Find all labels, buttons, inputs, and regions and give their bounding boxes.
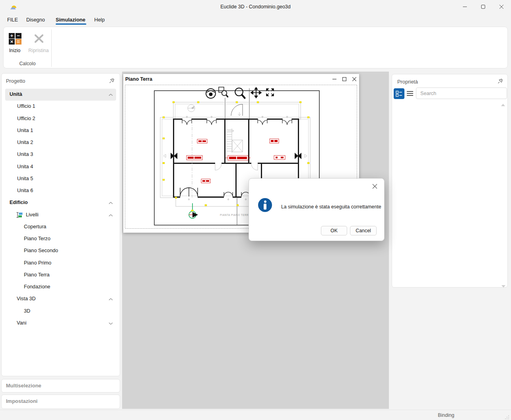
doc-maximize-button[interactable] <box>340 76 349 83</box>
tree-item-unita-5[interactable]: Unita 5 <box>2 173 120 185</box>
pin-icon[interactable] <box>497 78 503 84</box>
menu-help[interactable]: Help <box>94 17 105 23</box>
zoom-icon[interactable] <box>235 88 245 98</box>
fit-view-icon[interactable] <box>266 89 274 96</box>
status-binding-text: Binding <box>438 412 462 418</box>
project-panel-title: Progetto <box>6 78 25 84</box>
statusbar: Binding <box>0 410 511 420</box>
pin-icon[interactable] <box>109 78 115 84</box>
search-input[interactable] <box>416 88 507 99</box>
tree-item-edificio[interactable]: Edificio <box>2 197 120 209</box>
tree-item-fondazione[interactable]: Fondazione <box>2 281 120 293</box>
project-panel: Progetto UnitàUfficio 1Ufficio 2Unita 1U… <box>1 73 120 376</box>
level-marker <box>189 203 198 218</box>
window-title: Euclide 3D - Condominio.geo3d <box>0 4 511 10</box>
tree-item-unit-[interactable]: Unità <box>2 89 120 101</box>
levels-icon <box>16 212 23 218</box>
close-button[interactable] <box>492 0 511 14</box>
plan-caption: PIANTA PIANO TERREN <box>220 214 253 216</box>
tree-item-copertura[interactable]: Copertura <box>2 221 120 233</box>
document-title: Piano Terra <box>125 76 152 82</box>
tree-item-livelli[interactable]: Livelli <box>2 209 120 221</box>
tree-item-unita-2[interactable]: Unita 2 <box>2 137 120 149</box>
cancel-button[interactable]: Cancel <box>350 226 377 235</box>
simulation-dialog: La simulazione è stata eseguita corretta… <box>249 178 385 241</box>
properties-panel: Proprietà <box>392 74 508 288</box>
tree-item-piano-primo[interactable]: Piano Primo <box>2 257 120 269</box>
tree-item-piano-terzo[interactable]: Piano Terzo <box>2 233 120 245</box>
resize-grip[interactable] <box>505 415 509 420</box>
doc-minimize-button[interactable] <box>330 76 339 83</box>
inizio-button[interactable]: + − × = Inizio <box>4 30 26 59</box>
tree-item-unita-4[interactable]: Unita 4 <box>2 161 120 173</box>
tree-item-unita-1[interactable]: Unita 1 <box>2 125 120 137</box>
tree-item-3d[interactable]: 3D <box>2 305 120 317</box>
category-icon <box>394 88 404 99</box>
tree-item-unita-6[interactable]: Unita 6 <box>2 185 120 197</box>
tree-item-vani[interactable]: Vani <box>2 317 120 329</box>
reset-x-icon <box>34 33 44 44</box>
categorized-view-button[interactable] <box>394 88 404 99</box>
plan-toolbar <box>206 87 274 98</box>
multiselezione-panel[interactable]: Multiselezione <box>1 379 120 393</box>
zoom-window-icon[interactable] <box>219 87 228 97</box>
eye-icon[interactable] <box>206 89 216 98</box>
doc-close-button[interactable] <box>350 76 359 83</box>
impostazioni-label: Impostazioni <box>6 398 37 404</box>
info-icon <box>258 198 272 212</box>
impostazioni-panel[interactable]: Impostazioni <box>1 395 120 409</box>
tree-item-vista-3d[interactable]: Vista 3D <box>2 293 120 305</box>
titlebar: Euclide 3D - Condominio.geo3d <box>0 0 511 14</box>
scroll-up-arrow[interactable] <box>501 104 505 106</box>
ok-button[interactable]: OK <box>321 226 347 235</box>
list-view-button[interactable] <box>406 90 414 97</box>
menu-simulazione[interactable]: Simulazione <box>56 17 85 23</box>
pan-icon[interactable] <box>251 88 261 98</box>
ripristina-button: Ripristina <box>27 30 51 59</box>
ribbon: + − × = Inizio Ripristina Calcolo <box>3 27 508 68</box>
maximize-button[interactable] <box>474 0 492 14</box>
app-window: Euclide 3D - Condominio.geo3d FILE Diseg… <box>0 0 511 420</box>
calculator-icon: + − × = <box>9 33 21 45</box>
active-tab-underline <box>56 23 86 25</box>
scroll-down-arrow[interactable] <box>501 285 505 288</box>
multiselezione-label: Multiselezione <box>6 383 41 389</box>
menu-file[interactable]: FILE <box>7 17 18 23</box>
tree-item-piano-terra[interactable]: Piano Terra <box>2 269 120 281</box>
tree-item-piano-secondo[interactable]: Piano Secondo <box>2 245 120 257</box>
menubar: FILE Disegno Simulazione Help <box>0 15 511 26</box>
dialog-close-icon[interactable] <box>371 182 379 190</box>
ribbon-group-label: Calcolo <box>4 61 51 66</box>
dialog-message: La simulazione è stata eseguita corretta… <box>281 204 381 210</box>
tree-item-ufficio-2[interactable]: Ufficio 2 <box>2 113 120 125</box>
ribbon-separator <box>51 29 52 67</box>
minimize-button[interactable] <box>456 0 474 14</box>
tree-item-ufficio-1[interactable]: Ufficio 1 <box>2 101 120 113</box>
tree-item-unita-3[interactable]: Unita 3 <box>2 149 120 161</box>
menu-disegno[interactable]: Disegno <box>26 17 45 23</box>
properties-panel-title: Proprietà <box>397 79 418 85</box>
